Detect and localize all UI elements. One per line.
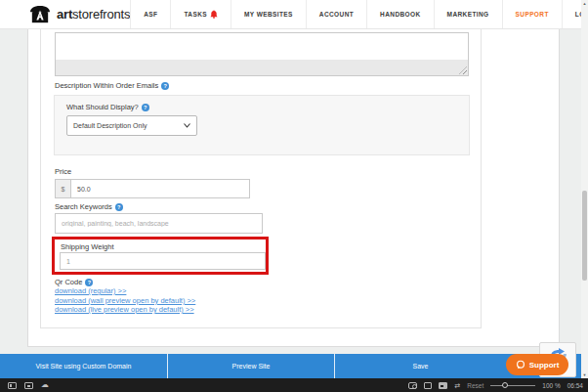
main-nav: ASF TASKS MY WEBSITES ACCOUNT HANDBOOK M… (130, 0, 588, 28)
price-input-group: $ (55, 179, 250, 198)
reset-zoom-button[interactable]: Reset (467, 382, 483, 389)
order-emails-subpanel: What Should Display? ? Default Descripti… (54, 95, 470, 155)
brand-name: artstorefronts (57, 7, 130, 22)
nav-label: MY WEBSITES (244, 11, 293, 18)
nav-label: TASKS (184, 11, 207, 18)
nav-label: HANDBOOK (380, 11, 420, 18)
nav-item-my-websites[interactable]: MY WEBSITES (231, 0, 306, 28)
label-text: Shipping Weight (61, 242, 113, 251)
nav-item-account[interactable]: ACCOUNT (306, 0, 366, 28)
scroll-down-arrow-icon[interactable]: ▼ (581, 371, 588, 378)
scroll-up-arrow-icon[interactable]: ▲ (581, 0, 588, 7)
zoom-slider[interactable] (490, 381, 535, 389)
taskbar-left-icons: ☁ (0, 381, 49, 389)
support-label: Support (529, 361, 560, 370)
sidebar-toggle-icon[interactable] (8, 382, 17, 389)
preview-site-button[interactable]: Preview Site (168, 354, 335, 378)
search-keywords-label: Search Keywords ? (55, 202, 123, 211)
nav-label: MARKETING (447, 11, 489, 18)
brand-bold: art (57, 7, 72, 22)
screen-record-icon[interactable] (408, 382, 417, 389)
sync-arrows-icon[interactable]: ⇄ (454, 382, 460, 389)
currency-prefix: $ (55, 179, 70, 198)
remote-session-taskbar: ☁ ⇄ Reset 100 % 06:54 (0, 378, 588, 392)
screenshot-icon[interactable] (439, 382, 447, 389)
fullscreen-icon[interactable] (424, 382, 432, 389)
nav-item-handbook[interactable]: HANDBOOK (366, 0, 433, 28)
zoom-slider-knob[interactable] (502, 382, 508, 388)
nav-label: ACCOUNT (319, 11, 354, 18)
textarea-footer-area (56, 60, 468, 75)
site-actions-bar: Visit Site using Custom Domain Preview S… (0, 354, 588, 378)
download-wall-preview-link[interactable]: download (wall preview open by default) … (55, 296, 195, 306)
shipping-weight-highlight-box: Shipping Weight (52, 237, 269, 275)
product-settings-panel: Description Within Order Emails ? What S… (40, 29, 482, 328)
help-icon[interactable]: ? (115, 203, 123, 211)
label-text: Description Within Order Emails (55, 81, 158, 90)
chevron-down-icon (184, 123, 190, 128)
label-text: Price (55, 167, 71, 176)
nav-label: ASF (144, 11, 157, 18)
zoom-level-value: 100 % (542, 382, 560, 389)
what-should-display-label: What Should Display? ? (66, 103, 149, 111)
nav-item-asf[interactable]: ASF (130, 0, 170, 28)
clock: 06:54 (567, 382, 583, 389)
brand-regular: storefronts (72, 7, 130, 22)
nav-item-tasks[interactable]: TASKS (170, 0, 231, 28)
nav-label: SUPPORT (516, 11, 549, 18)
chat-bubble-icon (516, 360, 525, 370)
save-button[interactable]: Save (335, 354, 506, 378)
help-icon[interactable]: ? (142, 104, 149, 111)
help-icon[interactable]: ? (161, 82, 169, 90)
artstorefronts-logo[interactable]: artstorefronts (0, 5, 130, 24)
support-chat-button[interactable]: Support (506, 354, 568, 375)
nav-item-support[interactable]: SUPPORT (502, 0, 562, 28)
alert-bell-icon (210, 10, 218, 19)
search-keywords-input[interactable] (55, 213, 263, 234)
label-text: Search Keywords (55, 202, 112, 211)
price-input[interactable] (70, 179, 250, 198)
shipping-weight-label: Shipping Weight (61, 242, 113, 251)
description-textarea[interactable] (55, 32, 469, 76)
price-label: Price (55, 167, 71, 176)
label-text: What Should Display? (66, 103, 139, 111)
scrollbar-thumb[interactable] (582, 191, 587, 281)
top-navigation-bar: artstorefronts ASF TASKS MY WEBSITES ACC… (0, 0, 581, 29)
label-text: Qr Code (55, 278, 82, 286)
shipping-weight-input[interactable] (60, 252, 266, 270)
zoom-slider-track (490, 385, 535, 386)
download-regular-link[interactable]: download (regular) >> (55, 286, 195, 296)
page-content-card: Description Within Order Emails ? What S… (27, 29, 560, 347)
what-should-display-select[interactable]: Default Description Only (66, 115, 197, 136)
visit-site-button[interactable]: Visit Site using Custom Domain (0, 354, 168, 378)
selected-option: Default Description Only (73, 122, 147, 129)
nav-item-marketing[interactable]: MARKETING (434, 0, 502, 28)
qr-download-links: download (regular) >> download (wall pre… (55, 286, 195, 315)
taskbar-right-controls: ⇄ Reset 100 % 06:54 (408, 381, 588, 389)
window-layout-icon[interactable] (24, 382, 33, 389)
cloud-icon[interactable]: ☁ (41, 381, 49, 389)
description-within-order-emails-label: Description Within Order Emails ? (55, 81, 169, 90)
vertical-scrollbar[interactable]: ▲ ▼ (581, 0, 588, 378)
qr-code-label: Qr Code ? (55, 278, 93, 286)
help-icon[interactable]: ? (85, 279, 93, 286)
artstorefronts-logo-icon (29, 5, 51, 24)
download-live-preview-link[interactable]: download (live preview open by default) … (55, 305, 195, 315)
